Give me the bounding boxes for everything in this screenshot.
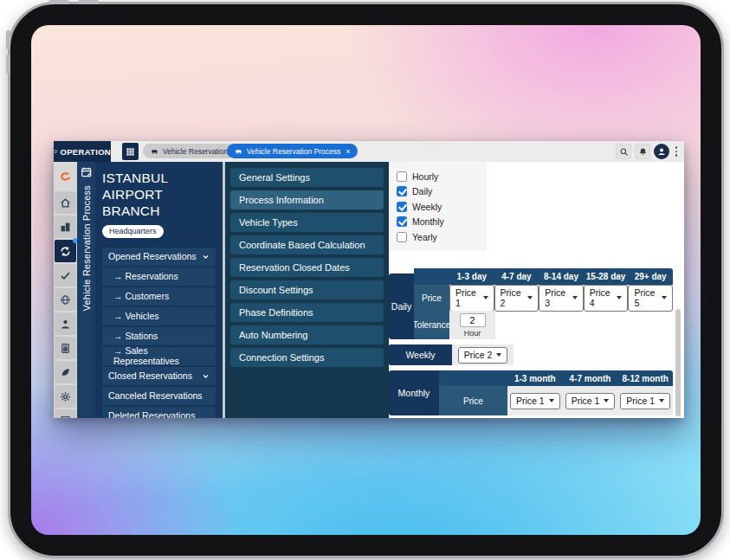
menu-vehicles[interactable]: → Vehicles xyxy=(102,307,216,325)
branch-title-line2: AIRPORT BRANCH xyxy=(102,187,216,220)
sync-icon xyxy=(60,246,71,257)
menu-customers[interactable]: → Customers xyxy=(102,287,216,306)
column-header: 4-7 month xyxy=(563,374,618,383)
daily-row-label: Daily xyxy=(389,274,414,339)
menu-stations[interactable]: → Stations xyxy=(102,327,216,345)
tab-label: Vehicle Reservation Process xyxy=(247,147,340,156)
checkbox-checked[interactable] xyxy=(397,216,407,227)
price-select-15-28day[interactable]: Price 4 xyxy=(584,285,629,312)
checkbox-row-daily[interactable]: Daily xyxy=(397,184,487,200)
more-menu-button[interactable] xyxy=(673,146,680,157)
settings-item-reservation-closed-dates[interactable]: Reservation Closed Dates xyxy=(230,258,384,277)
apps-grid-button[interactable] xyxy=(122,143,139,160)
side-button xyxy=(6,55,10,74)
checkbox-checked[interactable] xyxy=(397,202,407,212)
calculator-icon xyxy=(60,343,71,354)
column-header: 8-12 month xyxy=(617,374,673,383)
module-title-vertical: Vehicle Reservation Process xyxy=(81,185,92,311)
daily-tolerance-row: Tolerance Hour xyxy=(414,311,673,339)
monthly-price-select-4-7[interactable]: Price 1 xyxy=(565,393,616,409)
checkbox-unchecked[interactable] xyxy=(397,171,407,182)
volume-button xyxy=(78,0,99,4)
side-button xyxy=(6,30,10,49)
menu-canceled-reservations[interactable]: Canceled Reservations xyxy=(102,387,216,405)
grid-icon xyxy=(126,147,135,157)
rail-web-button[interactable] xyxy=(55,288,76,311)
brand-name: OPERATION xyxy=(61,147,111,157)
brand-logo[interactable]: OPERATION xyxy=(54,141,111,162)
volume-button xyxy=(48,0,69,4)
vertical-scrollbar[interactable] xyxy=(675,309,681,416)
price-select-8-14day[interactable]: Price 3 xyxy=(539,285,584,312)
monthly-pricing-table: Monthly 1-3 month 4-7 month 8-12 month P… xyxy=(389,370,673,415)
tab-label: Vehicle Reservation xyxy=(163,147,228,156)
weekly-price-select[interactable]: Price 2 xyxy=(458,347,508,364)
daily-pricing-table: 1-3 day 4-7 day 8-14 day 15-28 day 29+ d… xyxy=(389,268,673,339)
monthly-price-select-1-3[interactable]: Price 1 xyxy=(510,393,560,409)
checkbox-unchecked[interactable] xyxy=(397,232,407,242)
check-icon xyxy=(60,270,71,281)
tab-close-icon[interactable]: × xyxy=(346,147,350,156)
weekly-pricing-table: Weekly Price 2 xyxy=(389,344,514,365)
price-row-label: Price xyxy=(414,285,449,311)
monthly-row-label: Monthly xyxy=(389,370,439,415)
checkbox-row-monthly[interactable]: Monthly xyxy=(397,215,487,230)
settings-item-phase-definitions[interactable]: Phase Definitions xyxy=(230,303,384,322)
menu-closed-reservations[interactable]: Closed Reservations xyxy=(102,367,216,385)
tolerance-row-label: Tolerance xyxy=(414,311,449,339)
car-icon xyxy=(235,147,243,156)
topbar: OPERATION Vehicle Reservation Vehicle Re… xyxy=(54,141,684,162)
menu-deleted-reservations[interactable]: Deleted Reservations xyxy=(102,407,216,418)
price-select-1-3day[interactable]: Price 1 xyxy=(449,285,494,312)
user-icon xyxy=(656,146,667,157)
branch-title-line1: ISTANBUL xyxy=(102,171,216,187)
tab-vehicle-reservation-process[interactable]: Vehicle Reservation Process × xyxy=(227,144,358,158)
settings-item-auto-numbering[interactable]: Auto Numbering xyxy=(230,325,384,344)
monthly-price-select-8-12[interactable]: Price 1 xyxy=(620,393,670,409)
settings-item-discount[interactable]: Discount Settings xyxy=(230,280,384,299)
search-icon xyxy=(619,147,629,157)
checkbox-row-yearly[interactable]: Yearly xyxy=(397,229,487,245)
menu-reservations[interactable]: → Reservations xyxy=(102,267,216,286)
settings-item-general[interactable]: General Settings xyxy=(230,168,384,187)
rail-accounting-button[interactable] xyxy=(55,337,76,359)
settings-item-process-information[interactable]: Process Information xyxy=(230,190,384,209)
form-icon xyxy=(60,415,71,419)
settings-item-connection[interactable]: Connection Settings xyxy=(230,348,384,367)
menu-opened-reservations[interactable]: Opened Reservations xyxy=(102,248,216,266)
rail-customers-button[interactable] xyxy=(55,312,76,335)
daily-price-row: Price Price 1 Price 2 Price 3 Price 4 Pr… xyxy=(414,285,673,311)
rail-reservations-button[interactable] xyxy=(55,240,76,262)
settings-item-vehicle-types[interactable]: Vehicle Types xyxy=(230,213,384,232)
tolerance-input[interactable] xyxy=(460,313,486,327)
rail-forms-button[interactable] xyxy=(55,409,76,418)
menu-sales-representatives[interactable]: → Sales Representatives xyxy=(102,347,216,365)
monthly-table-header: 1-3 month 4-7 month 8-12 month xyxy=(439,370,673,386)
checkbox-checked[interactable] xyxy=(397,186,407,196)
rail-home-button[interactable] xyxy=(55,191,76,214)
notification-dot xyxy=(73,238,77,243)
notifications-button[interactable] xyxy=(635,144,650,159)
branch-panel: ISTANBUL AIRPORT BRANCH Headquarters Ope… xyxy=(95,162,223,418)
price-select-4-7day[interactable]: Price 2 xyxy=(494,285,539,312)
rail-eco-button[interactable] xyxy=(55,361,76,383)
account-button[interactable] xyxy=(654,144,669,159)
rail-tasks-button[interactable] xyxy=(55,264,76,286)
branch-title: ISTANBUL AIRPORT BRANCH xyxy=(102,171,216,220)
search-button[interactable] xyxy=(616,144,631,159)
rail-settings-button[interactable] xyxy=(55,385,76,408)
daily-table-header: 1-3 day 4-7 day 8-14 day 15-28 day 29+ d… xyxy=(389,268,673,285)
leaf-icon xyxy=(60,367,71,378)
settings-item-coordinate-calculation[interactable]: Coordinate Based Calculation xyxy=(230,235,384,254)
module-strip: Vehicle Reservation Process xyxy=(77,162,95,418)
chevron-down-icon xyxy=(202,253,210,261)
tab-vehicle-reservation[interactable]: Vehicle Reservation xyxy=(143,144,236,158)
main-row: Vehicle Reservation Process ISTANBUL AIR… xyxy=(54,162,684,418)
column-header: 1-3 month xyxy=(507,374,563,383)
checkbox-row-weekly[interactable]: Weekly xyxy=(397,199,487,215)
rail-company-button[interactable] xyxy=(55,216,76,238)
column-header: 8-14 day xyxy=(539,272,584,281)
checkbox-row-hourly[interactable]: Hourly xyxy=(397,169,487,184)
price-select-29day[interactable]: Price 5 xyxy=(628,285,673,312)
person-icon xyxy=(60,319,71,330)
